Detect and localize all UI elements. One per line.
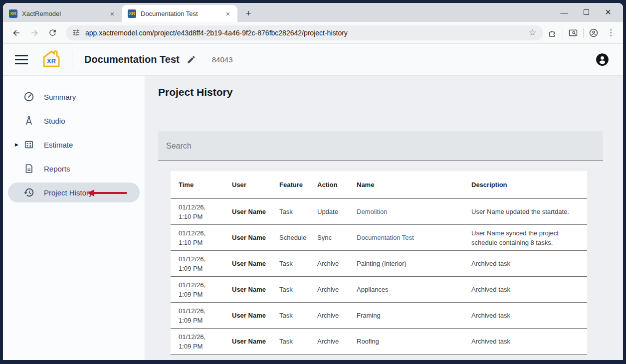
cell-user: User Name [224, 259, 271, 268]
toolbar-separator [563, 28, 563, 38]
sidebar-item-summary[interactable]: Summary [8, 85, 140, 109]
column-header-description: Description [463, 181, 587, 188]
cell-user: User Name [224, 285, 271, 294]
cell-feature: Schedule [271, 233, 309, 242]
tab-documentation-test[interactable]: XR Documentation Test × [122, 5, 237, 22]
maximize-icon [584, 9, 589, 15]
browser-window: XR XactRemodel × XR Documentation Test ×… [3, 3, 623, 360]
table-row: 01/12/26,1:09 PM User Name Task Archive … [171, 303, 587, 329]
column-header-action: Action [309, 181, 349, 188]
sidebar-item-label: Estimate [44, 141, 73, 149]
app-header: XR Documentation Test 84043 [3, 44, 623, 76]
close-button[interactable]: × [603, 6, 613, 18]
xr-logo[interactable]: XR [41, 49, 62, 71]
profile-button[interactable] [589, 28, 599, 38]
history-name-link[interactable]: Demolition [349, 207, 463, 216]
cell-name: Roofing [349, 337, 463, 346]
cell-description: Archived task [463, 311, 587, 320]
cell-user: User Name [224, 311, 271, 320]
sidebar-item-studio[interactable]: Studio [8, 109, 140, 133]
tab-close-icon[interactable]: × [108, 9, 117, 18]
sidebar-item-label: Studio [44, 117, 65, 125]
page-title: Project History [158, 86, 623, 98]
profile-icon [589, 28, 599, 38]
tab-xactremodel[interactable]: XR XactRemodel × [3, 5, 122, 22]
column-header-feature: Feature [271, 181, 309, 188]
forward-icon [29, 28, 39, 38]
extensions-button[interactable] [548, 28, 558, 37]
cell-name: Painting (Interior) [349, 259, 463, 268]
xr-favicon-icon: XR [9, 9, 17, 18]
sidebar: Summary Studio ▶ Estimate Reports [3, 76, 145, 360]
sidebar-item-estimate[interactable]: ▶ Estimate [8, 133, 140, 157]
column-header-user: User [224, 181, 271, 188]
table-row: 01/12/26,1:10 PM User Name Schedule Sync… [171, 225, 587, 251]
cell-description: Archived task [463, 259, 587, 268]
table-row: 01/12/26,1:09 PM User Name Task Archive … [171, 251, 587, 277]
calculator-icon [23, 139, 35, 150]
browser-toolbar: app.xactremodel.com/project/e43d8ff4-2b1… [3, 22, 623, 44]
edit-title-button[interactable] [187, 55, 196, 64]
cell-action: Archive [309, 259, 349, 268]
url-text[interactable]: app.xactremodel.com/project/e43d8ff4-2b1… [85, 29, 527, 37]
browser-menu-button[interactable]: ⋮ [604, 27, 618, 38]
sidebar-item-reports[interactable]: Reports [8, 157, 140, 181]
history-icon [23, 187, 35, 198]
cell-time: 01/12/26,1:09 PM [171, 280, 224, 299]
document-icon [23, 163, 35, 174]
tab-search-icon [568, 28, 578, 38]
cell-feature: Task [271, 311, 309, 320]
cell-feature: Task [271, 259, 309, 268]
cell-description: User Name updated the startdate. [463, 207, 587, 216]
tab-search-button[interactable] [568, 28, 578, 38]
sidebar-item-project-history[interactable]: Project History [8, 182, 140, 202]
tab-title: XactRemodel [22, 10, 105, 17]
header-divider [72, 51, 72, 68]
bookmark-star-icon[interactable]: ☆ [527, 27, 538, 38]
url-bar[interactable]: app.xactremodel.com/project/e43d8ff4-2b1… [66, 25, 543, 40]
sidebar-item-label: Reports [44, 165, 70, 173]
history-table: Time User Feature Action Name Descriptio… [171, 171, 587, 355]
app-body: Summary Studio ▶ Estimate Reports [3, 76, 623, 360]
reload-button[interactable] [45, 25, 60, 40]
column-header-time: Time [171, 181, 224, 188]
tab-strip: XR XactRemodel × XR Documentation Test ×… [3, 3, 623, 22]
window-controls: — × [559, 3, 620, 21]
cell-user: User Name [224, 233, 271, 242]
maximize-button[interactable] [581, 9, 591, 15]
new-tab-button[interactable]: + [241, 6, 255, 20]
cell-time: 01/12/26,1:09 PM [171, 332, 224, 351]
reload-icon [48, 28, 57, 37]
main-content: Project History Time User Feature Action… [145, 76, 623, 360]
site-settings-icon[interactable] [72, 28, 80, 37]
project-number: 84043 [212, 55, 233, 64]
table-row: 01/12/26,1:09 PM User Name Task Archive … [171, 329, 587, 355]
back-button[interactable] [9, 25, 24, 40]
expand-caret-icon[interactable]: ▶ [15, 142, 18, 147]
cell-feature: Task [271, 207, 309, 216]
back-icon [11, 28, 21, 38]
toolbar-icons: ⋮ [546, 27, 618, 38]
cell-action: Update [309, 207, 349, 216]
tab-close-icon[interactable]: × [223, 9, 232, 18]
minimize-button[interactable]: — [559, 8, 569, 16]
cell-feature: Task [271, 337, 309, 346]
history-name-link[interactable]: Documentation Test [349, 233, 463, 242]
cell-name: Appliances [349, 285, 463, 294]
toolbar-separator [583, 28, 584, 38]
tab-title: Documentation Test [141, 10, 220, 17]
user-avatar-button[interactable] [596, 53, 609, 66]
gauge-icon [23, 91, 35, 102]
cell-time: 01/12/26,1:09 PM [171, 306, 224, 325]
column-header-name: Name [349, 181, 463, 188]
cell-user: User Name [224, 207, 271, 216]
hamburger-menu-button[interactable] [15, 55, 28, 64]
cell-action: Archive [309, 337, 349, 346]
cell-user: User Name [224, 337, 271, 346]
search-input[interactable] [158, 131, 603, 161]
forward-button[interactable] [27, 25, 42, 40]
cell-name: Framing [349, 311, 463, 320]
extensions-puzzle-icon [548, 28, 558, 37]
sidebar-item-label: Summary [44, 93, 76, 101]
table-row: 01/12/26,1:09 PM User Name Task Archive … [171, 277, 587, 303]
